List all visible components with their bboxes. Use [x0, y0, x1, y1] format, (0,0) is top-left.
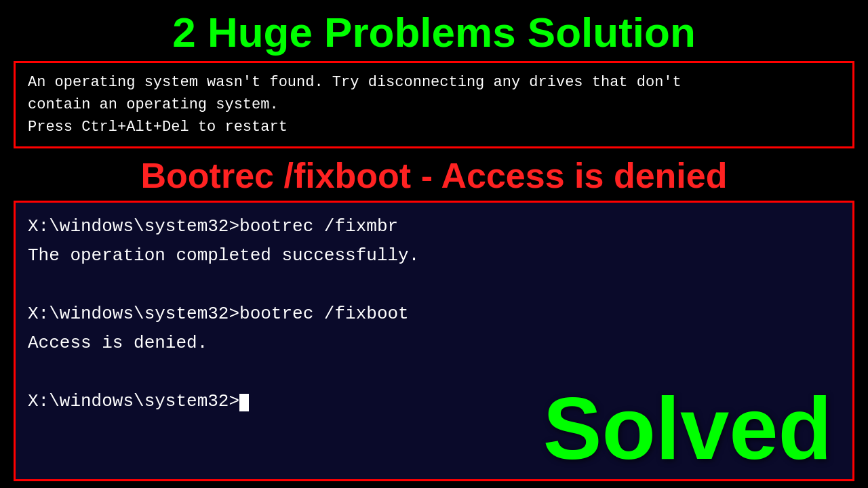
error-line2: contain an operating system.	[28, 94, 840, 116]
cursor-icon	[239, 394, 249, 411]
cmd-line4: X:\windows\system32>bootrec /fixboot	[28, 300, 840, 329]
cmd-line1: X:\windows\system32>bootrec /fixmbr	[28, 212, 840, 241]
error-line1: An operating system wasn't found. Try di…	[28, 71, 840, 94]
cmd-line5: Access is denied.	[28, 329, 840, 358]
subtitle: Bootrec /fixboot - Access is denied	[141, 157, 728, 195]
cmd-line2: The operation completed successfully.	[28, 241, 840, 270]
cmd-line3	[28, 270, 840, 300]
main-container: 2 Huge Problems Solution An operating sy…	[0, 0, 868, 488]
error-line3: Press Ctrl+Alt+Del to restart	[28, 116, 840, 138]
cmd-box: X:\windows\system32>bootrec /fixmbr The …	[14, 201, 854, 481]
main-title: 2 Huge Problems Solution	[172, 9, 696, 56]
solved-text: Solved	[543, 384, 832, 472]
error-box: An operating system wasn't found. Try di…	[14, 61, 854, 148]
